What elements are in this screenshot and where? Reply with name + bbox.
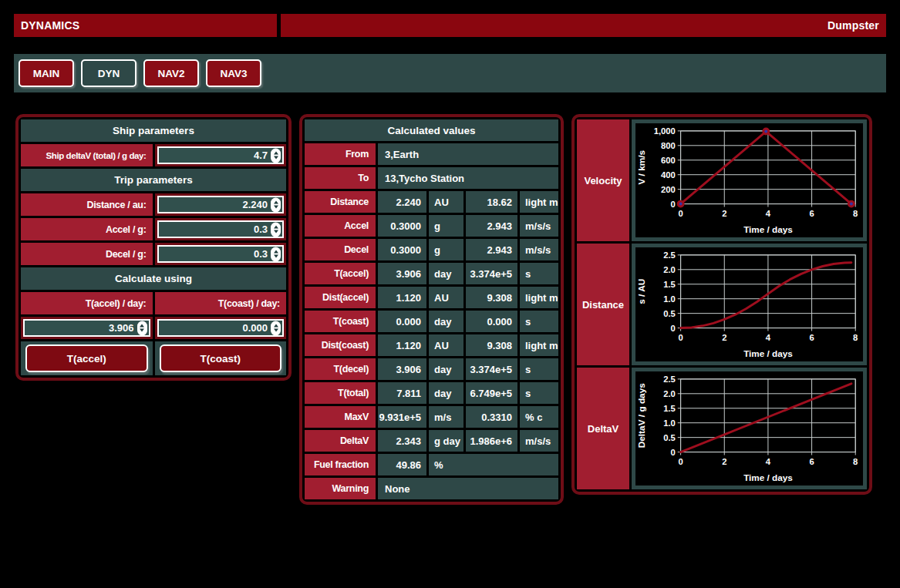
tcoast-cell: 0.000 [155,317,287,339]
tab-nav2[interactable]: NAV2 [143,59,199,87]
distance-chart-row: Distance0246800.51.01.52.02.5Time / days… [577,244,867,365]
tcoast-input[interactable]: 0.000 [157,319,285,337]
calc-cell: 3,Earth [378,143,558,165]
deltav-chart-row: DeltaV0246800.51.01.52.02.5Time / daysDe… [577,368,867,489]
calc-cell: None [378,478,558,499]
calc-cell: 0.000 [466,311,517,332]
calc-row-label: T(accel) [305,263,376,284]
distance-input[interactable]: 2.240 [157,196,285,213]
spinner-icon[interactable] [271,148,281,163]
spinner-icon[interactable] [137,321,147,335]
svg-text:2: 2 [722,333,726,342]
spinner-icon[interactable] [271,197,281,212]
svg-text:8: 8 [853,333,858,342]
svg-text:8: 8 [853,457,858,466]
svg-text:0: 0 [671,323,676,332]
svg-text:1.0: 1.0 [663,418,676,428]
calc-cell: % [429,454,558,475]
calc-cell: 49.86 [378,454,426,475]
table-row: MaxV9.931e+5m/s0.3310% c [305,406,558,428]
deltav-chart-cell: 0246800.51.01.52.02.5Time / daysDeltaV /… [632,368,867,489]
ship-deltav-cell: 4.7 [155,144,287,166]
svg-text:6: 6 [809,333,814,342]
calc-row-label: Fuel fraction [305,454,376,475]
svg-text:0.5: 0.5 [663,433,676,442]
distance-chart: 0246800.51.01.52.02.5Time / dayss / AU [635,247,863,361]
calc-cell: m/s/s [520,239,558,260]
tab-main[interactable]: MAIN [19,59,74,87]
calc-row-label: MaxV [305,406,376,428]
calc-row-label: T(decel) [305,358,376,380]
calc-cell: m/s/s [520,215,558,237]
calc-row-label: Dist(accel) [305,287,376,308]
taccel-button-cell: T(accel) [21,341,153,375]
svg-text:600: 600 [661,156,676,165]
ship-name: Dumpster [281,14,886,37]
table-row: DeltaV2.343g day1.986e+6m/s/s [305,430,558,452]
spinner-icon[interactable] [271,321,281,335]
table-row: Fuel fraction49.86% [305,454,558,475]
tcoast-value: 0.000 [242,322,268,334]
calc-cell: light min [520,191,558,213]
calc-row-label: T(total) [305,382,376,404]
calc-cell: 0.3000 [378,239,426,260]
taccel-cell: 3.906 [21,317,153,339]
table-row: Dist(accel)1.120AU9.308light min [305,287,558,308]
calc-cell: 13,Tycho Station [378,167,558,189]
svg-text:0.5: 0.5 [663,309,676,318]
calc-cell: day [429,263,463,284]
svg-text:400: 400 [661,170,676,180]
svg-text:4: 4 [766,209,771,218]
calc-row-label: Decel [305,239,376,260]
decel-input[interactable]: 0.3 [157,245,285,263]
calc-row-label: To [305,167,376,189]
accel-input[interactable]: 0.3 [157,220,285,238]
calc-cell: 1.120 [378,334,426,356]
distance-value: 2.240 [242,199,268,210]
calc-row-label: DeltaV [305,430,376,452]
calc-cell: 0.3310 [466,406,517,428]
calc-cell: g [429,215,463,237]
chart-row-label: DeltaV [577,368,629,489]
velocity-chart: 0246802004006008001,000Time / daysV / km… [635,123,863,237]
calc-row-label: T(coast) [305,311,376,332]
calc-cell: 3.906 [378,358,426,380]
ship-deltav-input[interactable]: 4.7 [157,146,285,164]
table-row: Decel0.3000g2.943m/s/s [305,239,558,260]
chart-row-label: Velocity [577,119,629,241]
calc-cell: 0.3000 [378,215,426,237]
calc-cell: 2.943 [466,215,517,237]
calc-cell: 3.906 [378,263,426,284]
calc-row-label: Dist(coast) [305,334,376,356]
tcoast-button-cell: T(coast) [155,341,287,375]
tcoast-button[interactable]: T(coast) [160,344,282,372]
spinner-icon[interactable] [271,222,281,237]
calc-cell: 2.343 [378,430,426,452]
svg-text:DeltaV / g days: DeltaV / g days [636,383,646,449]
calc-cell: m/s/s [520,430,558,452]
taccel-button[interactable]: T(accel) [25,344,148,372]
calc-cell: g [429,239,463,260]
distance-label: Distance / au: [21,193,153,216]
main-area: Ship parameters Ship deltaV (total) / g … [15,114,886,505]
table-row: T(accel)3.906day3.374e+5s [305,263,558,284]
accel-label: Accel / g: [21,218,153,240]
calc-cell: 3.374e+5 [466,358,517,380]
spinner-icon[interactable] [271,247,281,261]
taccel-input[interactable]: 3.906 [23,319,150,337]
calc-cell: light min [520,287,558,308]
svg-text:s / AU: s / AU [636,279,646,304]
calc-cell: s [520,358,558,380]
table-row: T(total)7.811day6.749e+5s [305,382,558,404]
svg-text:6: 6 [809,457,814,466]
tab-dyn[interactable]: DYN [81,59,137,87]
svg-text:1.5: 1.5 [663,280,676,289]
calc-cell: day [429,311,463,332]
svg-text:200: 200 [661,185,676,194]
decel-label: Decel / g: [21,243,153,265]
tab-nav3[interactable]: NAV3 [206,59,261,87]
svg-text:8: 8 [853,209,858,218]
svg-text:1.5: 1.5 [663,404,676,413]
tcoast-day-label: T(coast) / day: [155,292,287,314]
taccel-day-label: T(accel) / day: [21,292,153,314]
